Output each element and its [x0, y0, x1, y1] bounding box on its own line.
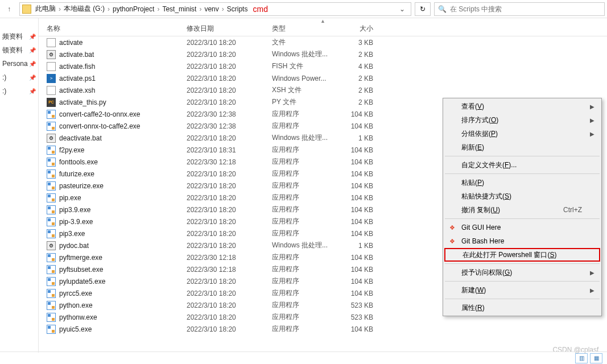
file-name: pip-3.9.exe	[59, 218, 187, 226]
quick-access-item[interactable]: 频资料📌	[0, 30, 38, 43]
menu-separator	[445, 299, 600, 299]
file-row[interactable]: activate.fish2022/3/10 18:20FISH 文件4 KB	[39, 60, 607, 72]
details-view-button[interactable]: ▥	[575, 353, 588, 363]
file-name: activate.fish	[59, 63, 187, 71]
menu-sort[interactable]: 排序方式(O)▶	[444, 113, 600, 127]
refresh-button[interactable]: ↻	[415, 2, 431, 16]
chevron-right-icon: ▶	[590, 104, 594, 110]
exe-icon	[47, 253, 56, 262]
file-date: 2022/3/10 18:20	[187, 230, 272, 238]
file-row[interactable]: activate.bat2022/3/10 18:20Windows 批处理..…	[39, 48, 607, 60]
file-size: 1 KB	[339, 134, 379, 142]
file-date: 2022/3/10 18:20	[187, 325, 272, 333]
file-size: 104 KB	[339, 122, 379, 130]
py-icon: PC	[47, 98, 56, 107]
menu-view[interactable]: 查看(V)▶	[444, 100, 600, 113]
file-date: 2022/3/10 18:20	[187, 182, 272, 190]
breadcrumb-item[interactable]: pythonProject	[111, 5, 156, 13]
bat-icon	[47, 241, 56, 250]
file-name: pyrcc5.exe	[59, 289, 187, 297]
search-box[interactable]: 🔍	[434, 2, 605, 16]
file-name: pylupdate5.exe	[59, 278, 187, 286]
col-name-header[interactable]: 名称	[39, 24, 187, 34]
file-type: 应用程序	[272, 253, 339, 262]
menu-undo[interactable]: 撤消 复制(U)Ctrl+Z	[444, 203, 600, 217]
chevron-down-icon[interactable]: ⌄	[396, 5, 408, 13]
exe-icon	[47, 325, 56, 334]
file-row[interactable]: pyuic5.exe2022/3/10 18:20应用程序104 KB	[39, 323, 607, 335]
file-name: activate_this.py	[59, 98, 187, 106]
breadcrumb-item[interactable]: venv	[203, 5, 220, 13]
file-size: 4 KB	[339, 63, 379, 71]
file-type: XSH 文件	[272, 85, 339, 95]
exe-icon	[47, 217, 56, 226]
quick-access-item[interactable]: 顿资料📌	[0, 43, 38, 57]
menu-paste-shortcut[interactable]: 粘贴快捷方式(S)	[444, 189, 600, 203]
search-input[interactable]	[450, 5, 601, 13]
file-date: 2022/3/10 18:20	[187, 51, 272, 59]
file-row[interactable]: >activate.ps12022/3/10 18:20Windows Powe…	[39, 72, 607, 84]
breadcrumb-bar[interactable]: 此电脑›本地磁盘 (G:)›pythonProject›Test_minist›…	[19, 2, 411, 16]
quick-access-item[interactable]: :)📌	[0, 71, 38, 84]
file-type: Windows Power...	[272, 75, 339, 82]
file-row[interactable]: activate2022/3/10 18:20文件3 KB	[39, 36, 607, 48]
menu-git-gui[interactable]: ❖Git GUI Here	[444, 221, 600, 234]
file-name: pip.exe	[59, 194, 187, 202]
menu-grant-access[interactable]: 授予访问权限(G)▶	[444, 266, 600, 279]
file-size: 523 KB	[339, 313, 379, 321]
breadcrumb-item[interactable]: 此电脑	[34, 4, 57, 14]
file-size: 104 KB	[339, 206, 379, 214]
file-size: 523 KB	[339, 301, 379, 309]
file-size: 1 KB	[339, 242, 379, 250]
menu-properties[interactable]: 属性(R)	[444, 301, 600, 315]
file-name: pydoc.bat	[59, 242, 187, 250]
menu-open-powershell[interactable]: 在此处打开 Powershell 窗口(S)	[444, 248, 600, 262]
exe-icon	[47, 289, 56, 298]
file-name: activate.ps1	[59, 75, 187, 82]
file-date: 2022/3/10 18:20	[187, 289, 272, 297]
col-date-header[interactable]: 修改日期	[187, 24, 272, 34]
exe-icon	[47, 301, 56, 310]
file-date: 2022/3/10 18:20	[187, 301, 272, 309]
chevron-right-icon: ›	[106, 5, 111, 13]
file-date: 2022/3/30 12:38	[187, 122, 272, 130]
file-name: pasteurize.exe	[59, 182, 187, 190]
file-size: 3 KB	[339, 39, 379, 47]
menu-refresh[interactable]: 刷新(E)	[444, 140, 600, 154]
quick-access-item[interactable]: :)📌	[0, 84, 38, 98]
menu-customize[interactable]: 自定义文件夹(F)...	[444, 158, 600, 172]
file-name: pythonw.exe	[59, 313, 187, 321]
up-button[interactable]: ↑	[2, 2, 16, 16]
file-date: 2022/3/30 12:18	[187, 158, 272, 166]
column-headers[interactable]: 名称 修改日期 类型 大小	[39, 22, 607, 36]
menu-paste[interactable]: 粘贴(P)	[444, 176, 600, 189]
file-name: futurize.exe	[59, 170, 187, 178]
breadcrumb-item[interactable]: Test_minist	[160, 5, 198, 13]
quick-access-item[interactable]: Persona📌	[0, 57, 38, 71]
file-size: 104 KB	[339, 289, 379, 297]
menu-separator	[445, 281, 600, 282]
menu-group[interactable]: 分组依据(P)▶	[444, 127, 600, 140]
breadcrumb-item[interactable]: Scripts	[225, 5, 250, 13]
file-name: pyuic5.exe	[59, 325, 187, 333]
file-type: 应用程序	[272, 217, 339, 226]
file-type: Windows 批处理...	[272, 49, 339, 59]
icons-view-button[interactable]: ▦	[590, 353, 602, 363]
col-type-header[interactable]: 类型	[272, 24, 339, 34]
menu-git-bash[interactable]: ❖Git Bash Here	[444, 234, 600, 248]
file-date: 2022/3/30 12:18	[187, 254, 272, 262]
file-name: deactivate.bat	[59, 134, 187, 142]
bat-icon	[47, 50, 56, 59]
file-name: activate.bat	[59, 51, 187, 59]
pin-icon: 📌	[29, 61, 36, 67]
chevron-right-icon: ›	[57, 5, 62, 13]
file-type: 应用程序	[272, 276, 339, 286]
chevron-right-icon: ›	[221, 5, 225, 13]
chevron-right-icon: ▶	[590, 287, 594, 293]
file-row[interactable]: activate.xsh2022/3/10 18:20XSH 文件2 KB	[39, 84, 607, 96]
col-size-header[interactable]: 大小	[339, 24, 379, 34]
file-name: activate	[59, 39, 187, 47]
breadcrumb-item[interactable]: 本地磁盘 (G:)	[62, 4, 106, 14]
menu-new[interactable]: 新建(W)▶	[444, 283, 600, 297]
folder-icon	[22, 5, 31, 14]
